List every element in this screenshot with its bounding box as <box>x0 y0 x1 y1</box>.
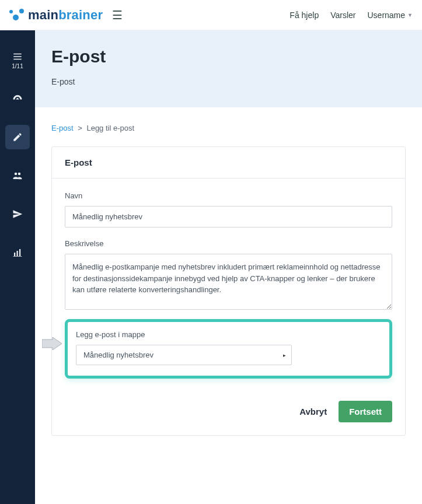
sidebar-item-send[interactable] <box>5 202 30 226</box>
pencil-icon <box>12 132 23 142</box>
svg-rect-1 <box>13 56 22 57</box>
topbar: mainbrainer ☰ Få hjelp Varsler Username … <box>0 0 422 30</box>
alerts-link[interactable]: Varsler <box>330 10 355 20</box>
svg-marker-9 <box>42 337 62 350</box>
svg-rect-0 <box>13 53 22 54</box>
description-input[interactable]: Månedlig e-postkampanje med nyhetsbrev i… <box>65 254 392 310</box>
svg-rect-5 <box>14 253 15 256</box>
cancel-button[interactable]: Avbryt <box>296 402 330 421</box>
email-form-card: E-post Navn Beskrivelse Månedlig e-postk… <box>51 146 406 436</box>
sidebar-item-edit[interactable] <box>5 125 30 149</box>
brand-logo[interactable]: mainbrainer <box>9 8 103 23</box>
folder-select[interactable]: Månedlig nyhetsbrev <box>76 345 292 365</box>
svg-point-4 <box>18 173 21 176</box>
breadcrumb: E-post > Legg til e-post <box>51 124 406 132</box>
logo-icon <box>9 9 25 22</box>
hamburger-icon[interactable]: ☰ <box>112 8 123 22</box>
name-input[interactable] <box>65 206 392 228</box>
svg-rect-2 <box>13 58 22 60</box>
breadcrumb-current: Legg til e-post <box>86 124 134 132</box>
breadcrumb-root[interactable]: E-post <box>51 124 74 132</box>
paper-plane-icon <box>12 209 23 219</box>
svg-point-3 <box>15 173 18 176</box>
main-content: E-post E-post E-post > Legg til e-post E… <box>35 30 422 504</box>
page-subtitle: E-post <box>51 77 406 86</box>
page-header: E-post E-post <box>35 30 422 107</box>
name-label: Navn <box>65 191 392 200</box>
sidebar-item-people[interactable] <box>5 163 30 188</box>
svg-rect-7 <box>19 249 20 256</box>
continue-button[interactable]: Fortsett <box>339 401 392 422</box>
step-counter: 1/11 <box>12 63 23 69</box>
description-label: Beskrivelse <box>65 239 392 248</box>
gauge-icon <box>12 93 23 104</box>
chart-icon <box>12 247 23 258</box>
sidebar-item-analytics[interactable] <box>5 240 30 265</box>
sidebar-item-dashboard[interactable] <box>5 86 30 111</box>
folder-label: Legg e-post i mappe <box>76 330 381 339</box>
card-title: E-post <box>65 158 392 167</box>
help-link[interactable]: Få hjelp <box>290 10 319 20</box>
username-label: Username <box>367 10 405 20</box>
sidebar-item-steps[interactable]: 1/11 <box>5 48 30 72</box>
breadcrumb-separator: > <box>78 124 82 132</box>
page-title: E-post <box>51 47 406 66</box>
list-icon <box>12 51 23 62</box>
card-header: E-post <box>52 147 405 178</box>
user-menu[interactable]: Username ▼ <box>367 10 413 20</box>
folder-field-highlight: Legg e-post i mappe Månedlig nyhetsbrev … <box>65 319 392 379</box>
people-icon <box>12 170 23 181</box>
chevron-down-icon: ▼ <box>407 12 413 18</box>
svg-rect-6 <box>17 251 18 256</box>
svg-rect-8 <box>13 256 22 257</box>
arrow-right-icon <box>42 337 62 350</box>
brand-name: mainbrainer <box>28 8 103 23</box>
sidebar: 1/11 <box>0 30 35 504</box>
